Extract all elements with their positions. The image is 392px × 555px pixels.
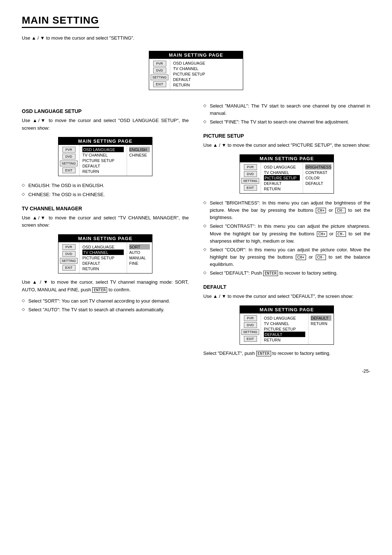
default-intro: Use ▲ / ▼ to move the cursor and select … bbox=[203, 293, 370, 300]
default-setting: SETTING bbox=[241, 329, 259, 335]
main-screen-top: MAIN SETTING PAGE PVR DVD SETTING EXIT O… bbox=[149, 51, 243, 90]
tv-section-title: TV CHANNEL MANAGER bbox=[22, 206, 189, 211]
picture-bullet-contrast: Select "CONTRAST": In this menu you can … bbox=[203, 222, 370, 245]
picture-menu-default: DEFAULT bbox=[264, 181, 300, 186]
picture-screen: MAIN SETTING PAGE PVR DVD SETTING EXIT O… bbox=[240, 154, 334, 194]
ch-plus-key-2: CH+ bbox=[317, 231, 327, 237]
tv-confirm-text: Use ▲ / ▼ to move the cursor, select TV … bbox=[22, 279, 189, 294]
osd-bullet-1: ENGLISH: The OSD is in ENGLISH. bbox=[22, 181, 189, 190]
tv-menu-tv: TV CHANNEL bbox=[82, 250, 124, 255]
tv-menu-return: RETURN bbox=[82, 266, 124, 271]
ch-minus-key-3: CH- bbox=[316, 255, 326, 260]
osd-menu-default: DEFAULT bbox=[82, 163, 124, 169]
pvr-btn: PVR bbox=[153, 61, 166, 66]
picture-exit: EXIT bbox=[244, 185, 257, 191]
default-screen-header: MAIN SETTING PAGE bbox=[240, 306, 334, 313]
tv-sidebar: PVR DVD SETTING EXIT bbox=[58, 242, 79, 273]
tv-screen-header: MAIN SETTING PAGE bbox=[58, 235, 152, 242]
osd-bullet-2: CHINESE: The OSD is in CHINESE. bbox=[22, 190, 189, 199]
osd-menu-return: RETURN bbox=[82, 169, 124, 174]
tv-submenu: SORT AUTO MANUAL FINE bbox=[127, 242, 152, 273]
tv-bullets: Select "SORT": You can sort TV channel a… bbox=[22, 297, 189, 314]
right-column: Select "MANUAL": The TV start to search … bbox=[203, 102, 370, 357]
tv-bullet-manual: Select "MANUAL": The TV start to search … bbox=[203, 102, 370, 118]
default-dvd: DVD bbox=[244, 322, 257, 328]
menu-item-tv: TV CHANNEL bbox=[173, 66, 240, 72]
screen-header-top: MAIN SETTING PAGE bbox=[149, 51, 243, 59]
picture-submenu: BRIGHTNESS CONTRAST COLOR DEFAULT bbox=[303, 162, 334, 193]
osd-menu-tv: TV CHANNEL bbox=[82, 152, 124, 158]
tv-bullet-auto: Select "AUTO": The TV start to search al… bbox=[22, 305, 189, 314]
default-menu-tv: TV CHANNEL bbox=[264, 321, 305, 326]
picture-menu-osd: OSD LANGUAGE bbox=[264, 164, 300, 170]
default-menu-default: DEFAULT bbox=[264, 332, 305, 337]
picture-screen-header: MAIN SETTING PAGE bbox=[240, 155, 334, 162]
osd-exit: EXIT bbox=[62, 167, 75, 173]
default-menu-return: RETURN bbox=[264, 337, 305, 343]
tv-pvr: PVR bbox=[62, 244, 75, 250]
tv-sub-auto: AUTO bbox=[129, 250, 150, 255]
osd-bullets: ENGLISH: The OSD is in ENGLISH. CHINESE:… bbox=[22, 181, 189, 199]
picture-bullet-color: Select "COLOR": In this menu you can adj… bbox=[203, 246, 370, 269]
default-menu-picture: PICTURE SETUP bbox=[264, 326, 305, 332]
picture-sub-color: COLOR bbox=[305, 175, 331, 181]
picture-sub-brightness: BRIGHTNESS bbox=[305, 164, 331, 170]
tv-menu-default: DEFAULT bbox=[82, 260, 124, 266]
osd-menu-osd: OSD LANGUAGE bbox=[82, 147, 124, 152]
default-pvr: PVR bbox=[244, 315, 257, 321]
sidebar-top: PVR DVD SETTING EXIT bbox=[149, 59, 170, 90]
tv-sub-manual: MANUAL bbox=[129, 255, 150, 260]
tv-intro: Use ▲/▼ to move the cursor and select "T… bbox=[22, 214, 189, 230]
default-screen: MAIN SETTING PAGE PVR DVD SETTING EXIT O… bbox=[240, 305, 334, 345]
tv-menu-osd: OSD LANGUAGE bbox=[82, 244, 124, 250]
default-section-title: DEFAULT bbox=[203, 284, 370, 290]
tv-bullet-fine: Select "FINE": The TV start to search on… bbox=[203, 118, 370, 126]
picture-dvd: DVD bbox=[244, 171, 257, 177]
exit-btn: EXIT bbox=[153, 81, 166, 87]
picture-setting: SETTING bbox=[241, 178, 259, 184]
picture-sidebar: PVR DVD SETTING EXIT bbox=[240, 162, 261, 193]
picture-menu-tv: TV CHANNEL bbox=[264, 170, 300, 175]
picture-sub-default: DEFAULT bbox=[305, 181, 331, 186]
default-menu: OSD LANGUAGE TV CHANNEL PICTURE SETUP DE… bbox=[261, 313, 308, 344]
osd-screen-header: MAIN SETTING PAGE bbox=[58, 137, 152, 145]
default-exit: EXIT bbox=[244, 336, 257, 342]
tv-bullets-right: Select "MANUAL": The TV start to search … bbox=[203, 102, 370, 126]
page-number: -25- bbox=[22, 368, 370, 374]
picture-sub-contrast: CONTRAST bbox=[305, 170, 331, 175]
tv-dvd: DVD bbox=[62, 251, 75, 257]
tv-sub-fine: FINE bbox=[129, 260, 150, 266]
osd-dvd: DVD bbox=[62, 154, 75, 159]
default-outro: Select "DEFAULT", push ENTER to recover … bbox=[203, 350, 370, 357]
picture-bullet-default: Select "DEFAULT": Push ENTER to recover … bbox=[203, 269, 370, 278]
osd-menu-picture: PICTURE SETUP bbox=[82, 158, 124, 163]
osd-sub-english: ENGLISH bbox=[129, 147, 150, 152]
osd-screen: MAIN SETTING PAGE PVR DVD SETTING EXIT O… bbox=[58, 137, 152, 176]
tv-screen: MAIN SETTING PAGE PVR DVD SETTING EXIT O… bbox=[58, 234, 152, 274]
ch-minus-key-1: CH- bbox=[335, 208, 346, 213]
picture-menu-return: RETURN bbox=[264, 186, 300, 191]
picture-intro: Use ▲ / ▼ to move the cursor and select … bbox=[203, 142, 370, 149]
menu-item-default: DEFAULT bbox=[173, 77, 240, 82]
intro-text: Use ▲ / ▼ to move the cursor and select … bbox=[22, 35, 370, 42]
osd-setting: SETTING bbox=[60, 161, 78, 166]
tv-exit: EXIT bbox=[62, 265, 75, 271]
menu-item-return: RETURN bbox=[173, 82, 240, 88]
tv-bullet-sort: Select "SORT": You can sort TV channel a… bbox=[22, 297, 189, 305]
ch-plus-key-3: CH+ bbox=[296, 255, 306, 260]
tv-sub-sort: SORT bbox=[129, 244, 150, 250]
ch-minus-key-2: CH- bbox=[336, 231, 346, 237]
picture-pvr: PVR bbox=[244, 164, 257, 170]
picture-menu-picture: PICTURE SETUP bbox=[264, 175, 300, 181]
osd-menu: OSD LANGUAGE TV CHANNEL PICTURE SETUP DE… bbox=[79, 145, 127, 176]
setting-btn: SETTING bbox=[151, 74, 168, 80]
tv-setting: SETTING bbox=[60, 258, 78, 264]
picture-menu: OSD LANGUAGE TV CHANNEL PICTURE SETUP DE… bbox=[261, 162, 303, 193]
menu-item-osd: OSD LANGUAGE bbox=[173, 61, 240, 66]
osd-sidebar: PVR DVD SETTING EXIT bbox=[58, 145, 79, 176]
picture-bullets: Select "BRIGHTNESS": In this menu you ca… bbox=[203, 199, 370, 278]
picture-bullet-brightness: Select "BRIGHTNESS": In this menu you ca… bbox=[203, 199, 370, 222]
osd-sub-chinese: CHINESE bbox=[129, 152, 150, 158]
tv-menu-picture: PICTURE SETUP bbox=[82, 255, 124, 260]
osd-submenu: ENGLISH CHINESE bbox=[127, 145, 152, 176]
